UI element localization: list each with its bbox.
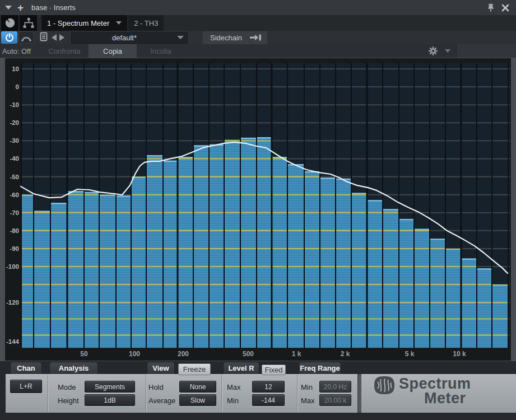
spectrum-bar xyxy=(415,229,429,348)
level-max-label: Max xyxy=(227,383,241,391)
toolbar-right-strip xyxy=(456,44,516,58)
freq-max-value[interactable]: 20.00 k xyxy=(319,394,351,406)
settings-group xyxy=(428,44,516,58)
brand-separator xyxy=(357,374,361,413)
window-menu-caret-icon[interactable] xyxy=(5,6,12,10)
spectrum-bar xyxy=(257,137,271,348)
auto-mode-label[interactable]: Auto: Off xyxy=(2,47,37,55)
spectrum-bar xyxy=(34,211,50,348)
spectrum-bar xyxy=(305,171,319,348)
average-label: Average xyxy=(148,396,175,405)
mode-value-button[interactable]: Segments xyxy=(85,381,135,393)
db-axis-label: -40 xyxy=(10,155,19,162)
pin-icon[interactable] xyxy=(484,0,498,15)
height-value-button[interactable]: 1dB xyxy=(85,394,135,406)
gear-icon[interactable] xyxy=(428,46,438,56)
previous-preset-icon[interactable] xyxy=(52,34,57,41)
freq-axis-label: 200 xyxy=(178,350,189,358)
spectrum-bar xyxy=(164,161,177,348)
spectrum-bar xyxy=(210,144,224,348)
spectrum-bar xyxy=(194,145,208,348)
knob-icon xyxy=(4,17,16,29)
db-axis-label: -70 xyxy=(10,209,19,216)
mode-label: Mode xyxy=(58,383,76,391)
arc-icon xyxy=(20,33,32,42)
sidechain-arrow-icon xyxy=(249,34,263,41)
spectrum-bar xyxy=(85,192,99,348)
next-preset-icon[interactable] xyxy=(59,34,64,41)
height-label: Height xyxy=(58,396,79,405)
spectrum-bar xyxy=(446,249,461,348)
add-insert-icon[interactable]: + xyxy=(17,0,24,15)
spectrum-bar xyxy=(430,239,445,348)
tab-label: 2 - TH3 xyxy=(134,19,158,27)
plugin-toolbar: default* Sidechain xyxy=(0,31,516,44)
section-separator xyxy=(146,375,146,413)
paste-button[interactable]: Incolla xyxy=(137,44,185,58)
automation-row: Auto: Off Confronta Copia Incolla xyxy=(0,44,516,58)
hold-value-button[interactable]: None xyxy=(179,381,216,393)
sidechain-button[interactable]: Sidechain xyxy=(203,31,267,44)
plugin-power-button[interactable] xyxy=(1,31,17,44)
section-separator xyxy=(297,375,297,413)
routing-button[interactable] xyxy=(20,15,37,31)
freq-axis-label: 10 k xyxy=(453,350,466,358)
settings-caret-icon[interactable] xyxy=(445,49,450,53)
freq-axis-label: 100 xyxy=(129,350,140,358)
section-tab-analysis: Analysis xyxy=(49,362,98,374)
freq-max-label: Max xyxy=(301,396,315,405)
spectrum-bar xyxy=(51,203,67,348)
section-tab-chan: Chan xyxy=(10,362,42,374)
plugin-window: + base · Inserts xyxy=(0,0,516,420)
db-axis-label: -80 xyxy=(10,227,19,234)
preset-dropdown[interactable]: default* xyxy=(71,32,188,44)
tab-label: 1 - Spectrum Meter xyxy=(47,19,109,27)
level-min-label: Min xyxy=(227,396,239,405)
freeze-button[interactable]: Freeze xyxy=(178,363,211,375)
db-axis-label: 0 xyxy=(16,83,19,90)
compare-button[interactable]: Confronta xyxy=(40,44,89,58)
section-tab-level-r: Level R xyxy=(223,362,259,374)
presonus-logo xyxy=(373,376,396,394)
freq-axis-label: 500 xyxy=(243,350,254,358)
tab-dropdown-caret-icon[interactable] xyxy=(116,21,122,25)
level-min-value[interactable]: -144 xyxy=(252,394,285,406)
spectrum-bar xyxy=(368,200,382,348)
fixed-button[interactable]: Fixed xyxy=(262,365,286,375)
spectrum-display[interactable]: 100-10-20-30-40-50-60-70-80-90-100-120-1… xyxy=(0,58,516,361)
plugin-tab-row: 1 - Spectrum Meter 2 - TH3 xyxy=(0,15,516,31)
copy-button[interactable]: Copia xyxy=(89,44,137,58)
average-value-button[interactable]: Slow xyxy=(179,394,216,406)
spectrum-bar xyxy=(492,284,508,348)
db-axis-label: -90 xyxy=(10,245,19,252)
tab-th3[interactable]: 2 - TH3 xyxy=(128,15,164,31)
freq-axis-label: 50 xyxy=(80,350,88,358)
editor-knob-button[interactable] xyxy=(1,15,18,31)
freq-min-value[interactable]: 20.0 Hz xyxy=(319,381,351,393)
preset-list-icon[interactable] xyxy=(40,32,48,44)
spectrum-bar xyxy=(352,193,366,348)
db-axis-label: -30 xyxy=(10,137,19,144)
freq-min-label: Min xyxy=(301,383,313,391)
brand-name-line2: Meter xyxy=(424,391,466,406)
spectrum-bar xyxy=(22,195,33,348)
freq-axis-label: 5 k xyxy=(405,350,415,358)
macro-controls-button[interactable] xyxy=(18,31,34,44)
preset-name: default* xyxy=(72,34,177,42)
hold-label: Hold xyxy=(148,383,164,391)
db-axis-label: -60 xyxy=(10,192,19,198)
channel-mode-button[interactable]: L+R xyxy=(10,380,42,393)
spectrum-bar xyxy=(132,177,146,348)
spectrum-bar xyxy=(241,138,256,348)
tab-spectrum-meter[interactable]: 1 - Spectrum Meter xyxy=(41,15,127,31)
level-max-value[interactable]: 12 xyxy=(252,381,285,393)
routing-splitter-icon xyxy=(22,17,35,29)
section-separator xyxy=(48,375,48,413)
power-icon xyxy=(5,33,14,42)
freq-axis-label: 1 k xyxy=(292,350,301,358)
spectrum-bar xyxy=(383,209,398,348)
close-icon[interactable] xyxy=(498,0,513,15)
preset-caret-icon xyxy=(177,36,184,39)
db-axis-label: -120 xyxy=(6,299,19,306)
spectrum-bar xyxy=(117,195,131,348)
